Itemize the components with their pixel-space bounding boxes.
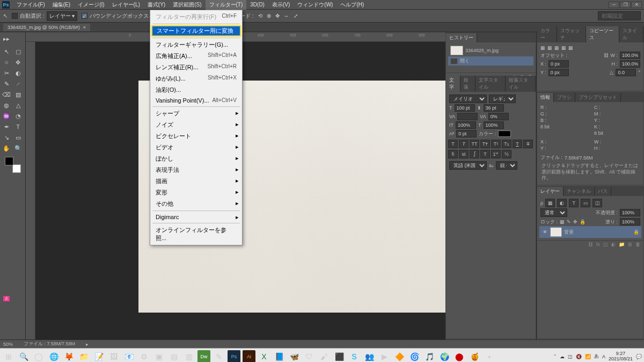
3d-slide-icon[interactable]: ↔ <box>284 13 289 19</box>
history-step-open[interactable]: 開く <box>448 56 533 66</box>
app-icon-9[interactable]: ▪ <box>483 350 496 363</box>
menu-blur[interactable]: ぼかし▸ <box>150 153 242 164</box>
tray-chevron-icon[interactable]: ˄ <box>554 354 557 359</box>
menu-type[interactable]: 書式(Y) <box>144 0 169 10</box>
opacity-input[interactable] <box>620 209 640 216</box>
allcaps-button[interactable]: TT <box>470 140 479 148</box>
opentype-swash[interactable]: ʃ <box>470 150 479 158</box>
kerning-input[interactable] <box>457 113 478 120</box>
settings-icon[interactable]: ⚙ <box>137 350 150 363</box>
dodge-tool[interactable]: ◔ <box>13 111 24 121</box>
gradient-tool[interactable]: △ <box>13 100 24 111</box>
filter-smart-icon[interactable]: ◫ <box>592 199 602 207</box>
x-input[interactable] <box>548 60 569 68</box>
music-icon[interactable]: 🎵 <box>423 350 436 363</box>
foreground-color[interactable] <box>5 157 13 165</box>
italic-button[interactable]: T <box>459 140 469 148</box>
filter-text-icon[interactable]: T <box>569 199 579 207</box>
menu-smart-filter-convert[interactable]: スマートフィルター用に変換 <box>151 25 241 37</box>
tab-paths[interactable]: パス <box>595 187 611 196</box>
color-swatch[interactable] <box>5 157 21 173</box>
search-icon[interactable]: 🔍 <box>17 350 30 363</box>
3d-pan-icon[interactable]: ✥ <box>275 13 280 19</box>
anti-alias[interactable]: 鋭く <box>496 161 517 170</box>
marquee-tool[interactable]: ▢ <box>13 46 24 57</box>
explorer-icon[interactable]: 📁 <box>77 350 90 363</box>
filter-shape-icon[interactable]: ▭ <box>581 199 590 207</box>
clone-src-icon-1[interactable]: ▦ <box>540 45 545 50</box>
opentype-fi[interactable]: fi <box>448 150 458 158</box>
tab-paragraph[interactable]: 段落 <box>460 76 475 92</box>
history-tab[interactable]: ヒストリー <box>446 33 477 42</box>
filter-adj-icon[interactable]: ◐ <box>557 199 567 207</box>
strikethrough-button[interactable]: T <box>523 140 533 148</box>
photoshop-taskbar-icon[interactable]: Ps <box>228 350 240 363</box>
menu-online-filters[interactable]: オンラインフィルターを参照... <box>150 225 242 244</box>
hand-tool[interactable]: ✋ <box>1 143 12 154</box>
menu-edit[interactable]: 編集(E) <box>49 0 74 10</box>
tab-layers[interactable]: レイヤー <box>537 187 564 196</box>
tray-volume-icon[interactable]: 🔇 <box>576 354 582 359</box>
tab-brush[interactable]: ブラシ <box>554 93 575 102</box>
maximize-button[interactable]: ❐ <box>620 2 631 8</box>
obs-icon[interactable]: ⬛ <box>333 350 346 363</box>
clone-src-icon-2[interactable]: ▦ <box>547 45 552 50</box>
tab-swatches[interactable]: スウォッチ <box>557 26 586 42</box>
move-tool[interactable]: ↖ <box>1 46 12 57</box>
link-icon[interactable]: ⛓ <box>604 53 609 58</box>
document-tab[interactable]: 3364825_m.jpg @ 50% (RGB/8#) × <box>3 24 90 31</box>
skype-icon[interactable]: S <box>348 350 361 363</box>
tab-color[interactable]: カラー <box>537 26 557 42</box>
clone-src-icon-4[interactable]: ▦ <box>561 45 566 50</box>
bounding-box-checkbox[interactable]: ✓ <box>82 13 87 19</box>
layers-trash-icon[interactable]: 🗑 <box>635 242 640 247</box>
subscript-button[interactable]: T₁ <box>502 140 511 148</box>
clone-src-icon-5[interactable]: ▦ <box>568 45 573 50</box>
text-color-swatch[interactable] <box>498 131 511 137</box>
tab-char-style[interactable]: 文字スタイル <box>475 76 506 92</box>
menu-wide-angle[interactable]: 広角補正(A)... Shift+Ctrl+A <box>150 50 242 62</box>
tab-styles[interactable]: スタイル <box>619 26 643 42</box>
app-icon-5[interactable]: ✎ <box>213 350 225 363</box>
menu-help[interactable]: ヘルプ(H) <box>336 0 368 10</box>
menu-file[interactable]: ファイル(F) <box>13 0 49 10</box>
media-player-icon[interactable]: ▶ <box>378 350 391 363</box>
menu-filter[interactable]: フィルター(T) <box>206 0 247 10</box>
menu-sharpen[interactable]: シャープ▸ <box>150 108 242 119</box>
shield-icon[interactable]: 🛡 <box>303 350 316 363</box>
auto-select-checkbox[interactable] <box>12 13 18 19</box>
auto-select-dropdown[interactable]: レイヤー ▾ <box>47 11 78 21</box>
menu-stylize[interactable]: 表現手法▸ <box>150 164 242 176</box>
type-tool[interactable]: T <box>13 121 24 132</box>
pen-tool[interactable]: ✒ <box>1 121 12 132</box>
3d-scale-icon[interactable]: ⤢ <box>294 13 298 19</box>
vlc-icon[interactable]: 🔶 <box>393 350 406 363</box>
menu-image[interactable]: イメージ(I) <box>74 0 108 10</box>
minimize-button[interactable]: ─ <box>609 2 619 8</box>
menu-distort[interactable]: ゆがみ(L)... Shift+Ctrl+X <box>150 73 242 84</box>
smallcaps-button[interactable]: Tᴛ <box>480 140 490 148</box>
opentype-titling[interactable]: T <box>480 150 490 158</box>
baseline-input[interactable] <box>456 130 477 137</box>
firefox-icon[interactable]: 🦊 <box>62 350 75 363</box>
layers-fx-icon[interactable]: fx <box>596 242 600 247</box>
layers-link-icon[interactable]: ⛓ <box>588 242 593 247</box>
app-icon-2[interactable]: ▤ <box>167 350 180 363</box>
spot-heal-tool[interactable]: ✎ <box>1 78 12 89</box>
fill-input[interactable] <box>620 218 640 226</box>
rectangle-tool[interactable]: ▭ <box>13 132 24 143</box>
3d-roll-icon[interactable]: ⊕ <box>267 13 271 19</box>
excel-icon[interactable]: X <box>258 350 270 363</box>
hscale-input[interactable] <box>484 121 504 129</box>
record-icon[interactable]: ⬤ <box>453 350 466 363</box>
menu-noise[interactable]: ノイズ▸ <box>150 119 242 131</box>
teams-icon[interactable]: 👥 <box>363 350 376 363</box>
tray-app-icon[interactable]: ◫ <box>568 354 573 359</box>
dreamweaver-icon[interactable]: Dw <box>197 350 210 363</box>
tray-ime-letter[interactable]: A <box>602 354 605 359</box>
lasso-tool[interactable]: ○ <box>1 57 12 68</box>
menu-select[interactable]: 選択範囲(S) <box>169 0 205 10</box>
menu-lens-correction[interactable]: レンズ補正(R)... Shift+Ctrl+R <box>150 62 242 73</box>
menu-digimarc[interactable]: Digimarc▸ <box>150 212 242 222</box>
photos-icon[interactable]: 🖼 <box>107 350 120 363</box>
